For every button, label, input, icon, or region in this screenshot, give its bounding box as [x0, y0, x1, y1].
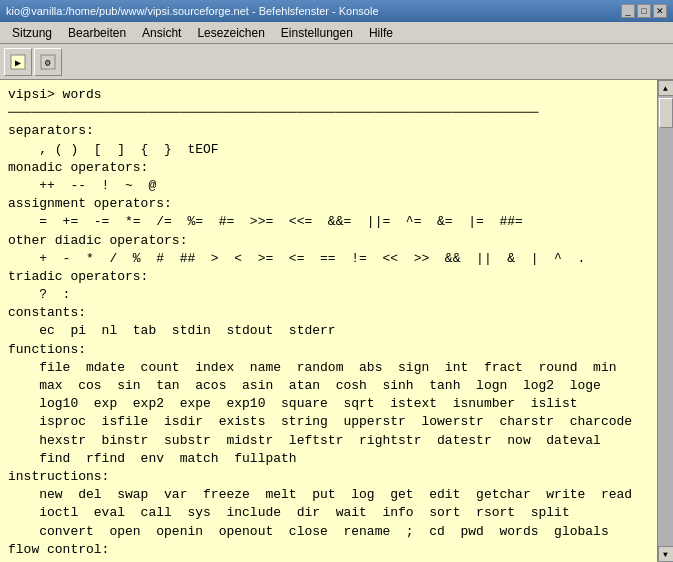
title-bar: kio@vanilla:/home/pub/www/vipsi.sourcefo… — [0, 0, 673, 22]
terminal-output[interactable]: vipsi> words ───────────────────────────… — [0, 80, 657, 562]
close-button[interactable]: ✕ — [653, 4, 667, 18]
menu-lesezeichen[interactable]: Lesezeichen — [189, 24, 272, 42]
prompt: vipsi> — [8, 87, 55, 102]
toolbar: ▶ ⚙ — [0, 44, 673, 80]
scroll-up-button[interactable]: ▲ — [658, 80, 674, 96]
settings-icon: ⚙ — [39, 53, 57, 71]
separator: ────────────────────────────────────────… — [8, 105, 539, 120]
minimize-button[interactable]: _ — [621, 4, 635, 18]
svg-text:▶: ▶ — [15, 58, 21, 69]
maximize-button[interactable]: □ — [637, 4, 651, 18]
scroll-down-button[interactable]: ▼ — [658, 546, 674, 562]
window-controls: _ □ ✕ — [621, 4, 667, 18]
menu-bearbeiten[interactable]: Bearbeiten — [60, 24, 134, 42]
new-session-icon: ▶ — [9, 53, 27, 71]
terminal-wrapper: vipsi> words ───────────────────────────… — [0, 80, 673, 562]
settings-button[interactable]: ⚙ — [34, 48, 62, 76]
menu-hilfe[interactable]: Hilfe — [361, 24, 401, 42]
new-session-button[interactable]: ▶ — [4, 48, 32, 76]
terminal-text: separators: , ( ) [ ] { } tEOF monadic o… — [8, 123, 632, 562]
scrollbar[interactable]: ▲ ▼ — [657, 80, 673, 562]
command: words — [55, 87, 102, 102]
scroll-thumb[interactable] — [659, 98, 673, 128]
menu-sitzung[interactable]: Sitzung — [4, 24, 60, 42]
scroll-track[interactable] — [658, 96, 673, 546]
menu-bar: Sitzung Bearbeiten Ansicht Lesezeichen E… — [0, 22, 673, 44]
svg-text:⚙: ⚙ — [44, 58, 51, 69]
menu-einstellungen[interactable]: Einstellungen — [273, 24, 361, 42]
window-title: kio@vanilla:/home/pub/www/vipsi.sourcefo… — [6, 5, 379, 17]
menu-ansicht[interactable]: Ansicht — [134, 24, 189, 42]
